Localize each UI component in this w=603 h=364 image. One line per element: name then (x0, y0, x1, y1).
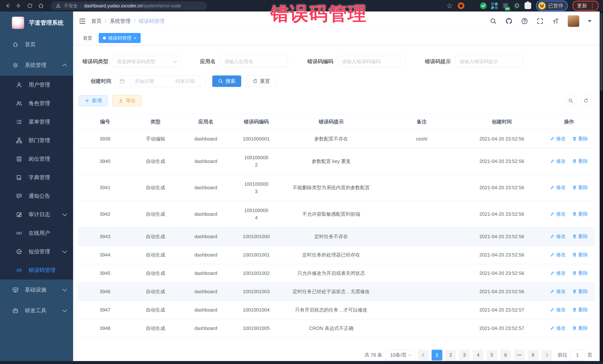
sidebar-item-sms[interactable]: 短信管理 (0, 243, 73, 261)
page-button-1[interactable]: 1 (431, 350, 442, 361)
user-avatar[interactable] (568, 15, 579, 27)
edit-link[interactable]: 修改 (550, 158, 566, 164)
search-button[interactable]: 搜索 (212, 76, 241, 87)
page-ellipsis[interactable]: ••• (514, 350, 525, 361)
date-range-picker[interactable]: 开始日期 - 结束日期 (116, 76, 206, 87)
breadcrumb-home[interactable]: 首页 (91, 18, 102, 25)
table-row[interactable]: 3946 自动生成 dashboard 1001001003 定时任务已经处于该… (78, 282, 595, 301)
vertical-scrollbar[interactable] (600, 11, 603, 361)
browser-update-button[interactable]: 更新 ⋮ (573, 1, 599, 11)
error-msg-input[interactable] (455, 56, 523, 67)
toggle-search-button[interactable] (565, 95, 576, 106)
font-size-icon[interactable] (552, 18, 559, 25)
extensions-puzzle-icon[interactable] (524, 2, 531, 9)
error-code-input[interactable] (337, 56, 406, 67)
help-icon[interactable] (521, 18, 528, 25)
table-row[interactable]: 3940 自动生成 dashboard 1001000002 参数配置 key … (78, 148, 595, 175)
add-button[interactable]: 新增 (79, 95, 108, 106)
close-icon[interactable]: × (134, 36, 136, 40)
reset-button[interactable]: 重置 (247, 76, 276, 87)
extension-check-icon[interactable] (480, 2, 487, 9)
sidebar-item-system[interactable]: 系统管理 (0, 55, 73, 76)
page-button-2[interactable]: 2 (445, 350, 456, 361)
scrollbar-thumb[interactable] (600, 13, 603, 91)
search-icon[interactable] (490, 18, 497, 25)
export-button[interactable]: 导出 (112, 95, 141, 106)
sidebar-item-dev-tools[interactable]: 研发工具 (0, 300, 73, 321)
sidebar-fold-icon[interactable] (79, 17, 86, 25)
sidebar-item-roles[interactable]: 角色管理 (0, 94, 73, 113)
extension-orange-icon[interactable] (458, 2, 464, 9)
edit-link[interactable]: 修改 (550, 135, 566, 142)
back-icon[interactable] (4, 3, 11, 9)
edit-link[interactable]: 修改 (550, 252, 566, 258)
sidebar-item-departments[interactable]: 部门管理 (0, 131, 73, 150)
delete-link[interactable]: 删除 (572, 233, 588, 240)
delete-link[interactable]: 删除 (572, 135, 588, 142)
app-name-input[interactable] (220, 56, 288, 67)
avatar-caret-icon[interactable] (588, 20, 591, 24)
edit-link[interactable]: 修改 (550, 325, 566, 331)
breadcrumb-system[interactable]: 系统管理 (110, 18, 131, 25)
table-row[interactable]: 3944 自动生成 dashboard 1001001001 定时任务的处理器已… (78, 246, 595, 264)
page-button-4[interactable]: 4 (473, 350, 484, 361)
sidebar-item-error-code[interactable]: 错误码管理 (0, 261, 73, 279)
tag-home[interactable]: 首页 (79, 33, 96, 43)
table-row[interactable]: 3943 自动生成 dashboard 1001001000 定时任务不存在 2… (78, 227, 595, 246)
sidebar-item-infrastructure[interactable]: 基础设施 (0, 279, 73, 300)
extension-key-icon[interactable] (513, 2, 520, 9)
sidebar-item-home[interactable]: 首页 (0, 34, 73, 55)
refresh-table-button[interactable] (580, 95, 591, 106)
profile-paused-pill[interactable]: 已暂停 (536, 0, 568, 11)
edit-link[interactable]: 修改 (550, 270, 566, 276)
table-row[interactable]: 3942 自动生成 dashboard 1001000004 不允许获取敏感配置… (78, 201, 595, 227)
app-logo-row[interactable]: 芋道管理系统 (0, 11, 73, 34)
edit-link[interactable]: 修改 (550, 211, 566, 217)
sidebar-item-users[interactable]: 用户管理 (0, 76, 73, 94)
reload-icon[interactable] (27, 3, 33, 9)
page-button-3[interactable]: 3 (459, 350, 470, 361)
edit-link[interactable]: 修改 (550, 184, 566, 191)
fullscreen-icon[interactable] (537, 18, 544, 25)
sidebar-item-online-users[interactable]: 在线用户 (0, 224, 73, 243)
delete-link[interactable]: 删除 (572, 325, 588, 331)
sidebar-item-posts[interactable]: 岗位管理 (0, 150, 73, 168)
delete-link[interactable]: 删除 (572, 211, 588, 217)
prev-page-button[interactable] (418, 350, 429, 361)
extension-grid-icon[interactable] (491, 2, 498, 9)
delete-link[interactable]: 删除 (572, 158, 588, 164)
sidebar-item-menus[interactable]: 菜单管理 (0, 113, 73, 131)
table-row[interactable]: 3939 手动编辑 dashboard 1001000001 参数配置不存在 c… (78, 130, 595, 148)
table-row[interactable]: 3948 自动生成 dashboard 1001001005 CRON 表达式不… (78, 319, 595, 338)
home-nav-icon[interactable] (38, 3, 44, 9)
extension-switch-icon[interactable]: on (502, 2, 509, 9)
edit-link[interactable]: 修改 (550, 307, 566, 313)
tag-error-code[interactable]: 错误码管理 × (99, 33, 141, 43)
page-button-5[interactable]: 5 (487, 350, 497, 361)
chrome-menu-icon[interactable]: ⋮ (590, 3, 595, 9)
sidebar-item-dict[interactable]: 字典管理 (0, 168, 73, 187)
edit-link[interactable]: 修改 (550, 233, 566, 240)
delete-link[interactable]: 删除 (572, 270, 588, 276)
error-type-select[interactable]: 请选择错误码类型 (112, 56, 181, 67)
extension-gem-icon[interactable] (469, 2, 475, 9)
page-size-select[interactable]: 10条/页 (387, 350, 415, 361)
edit-link[interactable]: 修改 (550, 288, 566, 295)
table-row[interactable]: 3947 自动生成 dashboard 1001001004 只有开启状态的任务… (78, 301, 595, 319)
security-label[interactable]: 不安全 (64, 3, 78, 9)
table-row[interactable]: 3941 自动生成 dashboard 1001000003 不能删除类型为系统… (78, 175, 595, 201)
delete-link[interactable]: 删除 (572, 184, 588, 191)
url-text[interactable]: dashboard.yudao.iocoder.cn/system/error-… (84, 3, 181, 9)
delete-link[interactable]: 删除 (572, 288, 588, 295)
goto-page-input[interactable] (570, 350, 585, 361)
page-button-8[interactable]: 8 (528, 350, 538, 361)
address-bar[interactable]: 不安全 dashboard.yudao.iocoder.cn/system/er… (51, 1, 207, 10)
table-row[interactable]: 3945 自动生成 dashboard 1001001002 只允许修改为开启或… (78, 264, 595, 282)
sidebar-item-notice[interactable]: 通知公告 (0, 187, 73, 205)
next-page-button[interactable] (541, 350, 552, 361)
delete-link[interactable]: 删除 (572, 307, 588, 313)
page-button-6[interactable]: 6 (500, 350, 511, 361)
delete-link[interactable]: 删除 (572, 252, 588, 258)
github-icon[interactable] (505, 18, 512, 25)
forward-icon[interactable] (16, 3, 22, 9)
